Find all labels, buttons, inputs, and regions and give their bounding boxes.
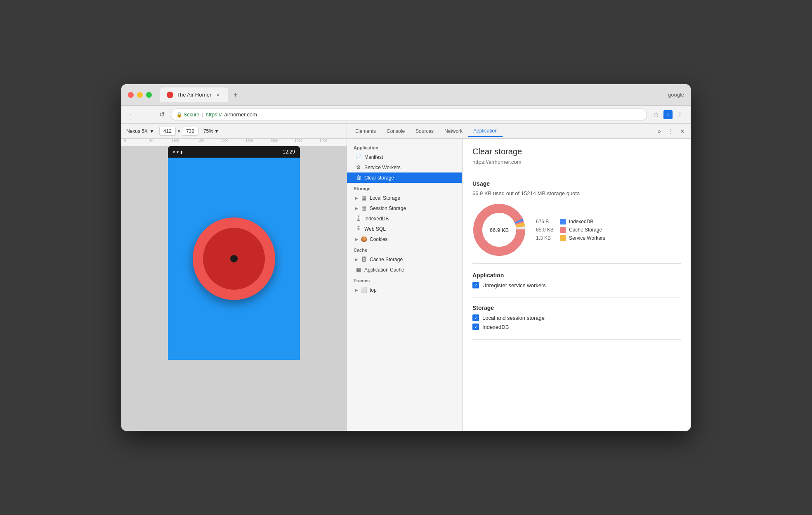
device-dropdown-icon: ▼ (149, 128, 154, 134)
checkbox-local-session-label: Local and session storage (482, 315, 545, 321)
tab-application[interactable]: Application (468, 125, 503, 137)
width-input[interactable]: 412 (159, 127, 176, 136)
ruler-mark: 400 (320, 139, 345, 142)
legend-color-service-workers (560, 235, 566, 241)
phone-status-left: ▾ ▾ ▮ (173, 150, 183, 154)
ruler-mark: 350 (295, 139, 320, 142)
top-frame-label: top (370, 287, 377, 293)
sidebar-item-clear-storage[interactable]: 🗑 Clear storage (347, 172, 462, 183)
dimension-inputs: 412 × 732 (159, 127, 198, 136)
dimension-separator: × (177, 128, 180, 134)
tab-bar: The Air Horner × + (160, 87, 684, 102)
web-sql-icon: 🗄 (355, 226, 362, 232)
zoom-value: 75% (203, 128, 213, 134)
tab-elements[interactable]: Elements (350, 126, 381, 137)
sidebar-item-top[interactable]: ▶ ⬜ top (347, 285, 462, 295)
sidebar-item-application-cache[interactable]: ▦ Application Cache (347, 265, 462, 275)
legend-label-indexeddb: IndexedDB (569, 219, 593, 224)
back-button[interactable]: ← (126, 109, 138, 120)
session-storage-expand-icon: ▶ (355, 206, 358, 210)
usage-section-title: Usage (472, 180, 681, 187)
bookmark-button[interactable]: ☆ (650, 109, 662, 120)
zoom-selector[interactable]: 75% ▼ (203, 128, 219, 134)
more-button[interactable]: ⋮ (674, 109, 686, 120)
devtools-tab-actions: » ⋮ ✕ (654, 126, 687, 136)
tab-sources[interactable]: Sources (411, 126, 439, 137)
devtools-close-button[interactable]: ✕ (677, 126, 687, 136)
refresh-button[interactable]: ↺ (156, 109, 168, 120)
zoom-dropdown-icon: ▼ (214, 128, 219, 134)
devtools-panel: Elements Console Sources Network Applica… (347, 124, 691, 431)
tab-network[interactable]: Network (439, 126, 467, 137)
session-storage-icon: ▦ (361, 205, 367, 211)
checkbox-indexeddb-label: IndexedDB (482, 324, 509, 330)
secure-label: Secure (184, 112, 199, 118)
signal-icon: ▾ (177, 150, 179, 154)
donut-center-label: 66.9 KB (490, 227, 509, 233)
close-button[interactable] (128, 92, 134, 98)
top-frame-icon: ⬜ (361, 287, 367, 293)
checkbox-service-workers-label: Unregister service workers (482, 282, 546, 288)
sidebar-item-manifest[interactable]: 📄 Manifest (347, 152, 462, 162)
active-tab[interactable]: The Air Horner × (160, 87, 228, 102)
lock-icon: 🔒 (176, 112, 182, 118)
sidebar-item-cache-storage[interactable]: ▶ 🗄 Cache Storage (347, 254, 462, 265)
checkbox-indexeddb[interactable]: ✓ IndexedDB (472, 324, 681, 330)
ruler-mark: 200 (222, 139, 246, 142)
local-storage-expand-icon: ▶ (355, 196, 358, 200)
tab-title: The Air Horner (177, 92, 212, 98)
legend-color-indexeddb (560, 219, 566, 224)
vinyl-center (230, 255, 238, 262)
wifi-icon: ▾ (173, 150, 175, 154)
address-bar: ← → ↺ 🔒 Secure | https://airhorner.com ☆… (121, 106, 691, 124)
new-tab-button[interactable]: + (230, 89, 241, 101)
device-selector[interactable]: Nexus 5X ▼ (126, 128, 154, 134)
sidebar-item-session-storage[interactable]: ▶ ▦ Session Storage (347, 203, 462, 213)
devtools-body: Application 📄 Manifest ⚙ Service Workers… (347, 139, 691, 431)
service-workers-label: Service Workers (364, 165, 401, 170)
cache-storage-label: Cache Storage (370, 257, 403, 262)
sidebar-item-cookies[interactable]: ▶ 🍪 Cookies (347, 234, 462, 244)
sidebar-item-local-storage[interactable]: ▶ ▦ Local Storage (347, 193, 462, 203)
secure-badge: 🔒 Secure (176, 112, 199, 118)
extension-icon[interactable]: i (663, 110, 673, 119)
url-https: https:// (205, 111, 222, 118)
height-input[interactable]: 732 (182, 127, 198, 136)
sidebar-item-service-workers[interactable]: ⚙ Service Workers (347, 162, 462, 172)
legend-value-cache-storage: 65.0 KB (536, 227, 557, 233)
sidebar-item-web-sql[interactable]: 🗄 Web SQL (347, 224, 462, 234)
devtools-sidebar: Application 📄 Manifest ⚙ Service Workers… (347, 139, 463, 431)
more-tabs-button[interactable]: » (654, 126, 664, 136)
chart-legend: 676 B IndexedDB 65.0 KB Cache Storage 1.… (536, 219, 605, 241)
checkbox-local-session[interactable]: ✓ Local and session storage (472, 314, 681, 321)
minimize-button[interactable] (137, 92, 143, 98)
phone-frame: ▾ ▾ ▮ 12:29 (168, 146, 300, 360)
tab-favicon (167, 92, 173, 98)
devtools-tabs: Elements Console Sources Network Applica… (347, 124, 691, 139)
forward-button[interactable]: → (141, 109, 153, 120)
clear-storage-label: Clear storage (364, 175, 394, 181)
usage-text: 66.9 KB used out of 15214 MB storage quo… (472, 190, 681, 196)
tab-close-button[interactable]: × (215, 92, 222, 98)
legend-item-indexeddb: 676 B IndexedDB (536, 219, 605, 224)
donut-chart: 66.9 KB (472, 203, 526, 257)
local-storage-icon: ▦ (361, 195, 367, 201)
cookies-label: Cookies (370, 236, 387, 242)
storage-section-label: Storage (347, 183, 462, 193)
ruler-marks: 0 50 100 150 200 250 300 350 400 (121, 139, 347, 142)
top-expand-icon: ▶ (355, 288, 358, 292)
main-content: Nexus 5X ▼ 412 × 732 75% ▼ 0 50 10 (121, 124, 691, 431)
maximize-button[interactable] (146, 92, 152, 98)
manifest-icon: 📄 (355, 154, 362, 160)
sidebar-item-indexeddb[interactable]: 🗄 IndexedDB (347, 213, 462, 224)
cookies-expand-icon: ▶ (355, 237, 358, 241)
indexeddb-icon: 🗄 (355, 215, 362, 222)
tab-console[interactable]: Console (382, 126, 410, 137)
checkbox-service-workers[interactable]: ✓ Unregister service workers (472, 282, 681, 288)
url-bar[interactable]: 🔒 Secure | https://airhorner.com (171, 109, 647, 121)
browser-window: The Air Horner × + google ← → ↺ 🔒 Secure… (121, 84, 691, 431)
application-section-title: Application (472, 272, 681, 279)
cache-section-label: Cache (347, 244, 462, 254)
devtools-menu-button[interactable]: ⋮ (666, 126, 676, 136)
application-cache-label: Application Cache (364, 267, 404, 273)
